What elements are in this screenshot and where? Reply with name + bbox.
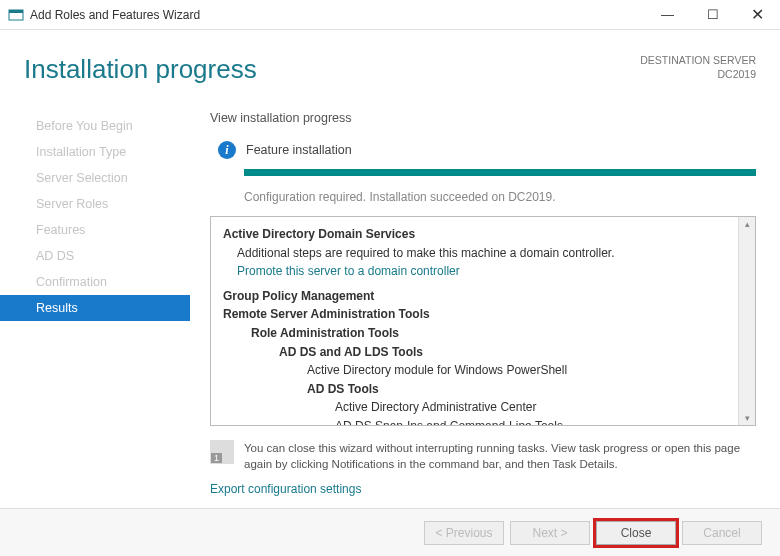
info-icon: i bbox=[218, 141, 236, 159]
scroll-down-icon[interactable]: ▾ bbox=[745, 411, 750, 425]
app-icon bbox=[8, 7, 24, 23]
sidebar-item-features: Features bbox=[0, 217, 190, 243]
sidebar-item-server-roles: Server Roles bbox=[0, 191, 190, 217]
previous-button: < Previous bbox=[424, 521, 504, 545]
feature-adds: Active Directory Domain Services bbox=[223, 225, 731, 244]
wizard-sidebar: Before You Begin Installation Type Serve… bbox=[0, 105, 190, 497]
sidebar-item-ad-ds: AD DS bbox=[0, 243, 190, 269]
minimize-button[interactable]: — bbox=[645, 0, 690, 30]
main-panel: View installation progress i Feature ins… bbox=[190, 105, 780, 497]
cancel-button: Cancel bbox=[682, 521, 762, 545]
hint-text: You can close this wizard without interr… bbox=[244, 440, 756, 472]
destination-server: DESTINATION SERVER DC2019 bbox=[640, 54, 756, 81]
flag-icon: 1 bbox=[210, 440, 234, 464]
next-button: Next > bbox=[510, 521, 590, 545]
feature-rsat: Remote Server Administration Tools bbox=[223, 305, 731, 324]
feature-adlds: AD DS and AD LDS Tools bbox=[223, 343, 731, 362]
footer: < Previous Next > Close Cancel bbox=[0, 508, 780, 556]
scroll-up-icon[interactable]: ▴ bbox=[745, 217, 750, 231]
results-box: Active Directory Domain Services Additio… bbox=[210, 216, 756, 426]
config-required-text: Configuration required. Installation suc… bbox=[244, 190, 756, 204]
view-progress-label: View installation progress bbox=[210, 111, 756, 125]
sidebar-item-installation-type: Installation Type bbox=[0, 139, 190, 165]
export-settings-link[interactable]: Export configuration settings bbox=[210, 482, 361, 496]
feature-adac: Active Directory Administrative Center bbox=[223, 398, 731, 417]
adds-message: Additional steps are required to make th… bbox=[223, 244, 731, 263]
promote-link[interactable]: Promote this server to a domain controll… bbox=[223, 262, 731, 281]
close-button[interactable]: Close bbox=[596, 521, 676, 545]
feature-rat: Role Administration Tools bbox=[223, 324, 731, 343]
sidebar-item-results[interactable]: Results bbox=[0, 295, 190, 321]
svg-rect-1 bbox=[9, 10, 23, 13]
feature-gpm: Group Policy Management bbox=[223, 287, 731, 306]
header: Installation progress DESTINATION SERVER… bbox=[0, 30, 780, 93]
status-text: Feature installation bbox=[246, 143, 352, 157]
window-close-button[interactable]: ✕ bbox=[735, 0, 780, 30]
sidebar-item-before-you-begin: Before You Begin bbox=[0, 113, 190, 139]
progress-bar bbox=[244, 169, 756, 176]
maximize-button[interactable]: ☐ bbox=[690, 0, 735, 30]
feature-addstools: AD DS Tools bbox=[223, 380, 731, 399]
page-title: Installation progress bbox=[24, 54, 257, 85]
sidebar-item-server-selection: Server Selection bbox=[0, 165, 190, 191]
window-title: Add Roles and Features Wizard bbox=[30, 8, 200, 22]
titlebar: Add Roles and Features Wizard — ☐ ✕ bbox=[0, 0, 780, 30]
feature-snapins: AD DS Snap-Ins and Command-Line Tools bbox=[223, 417, 731, 426]
scrollbar[interactable]: ▴ ▾ bbox=[738, 217, 755, 425]
feature-admodule: Active Directory module for Windows Powe… bbox=[223, 361, 731, 380]
sidebar-item-confirmation: Confirmation bbox=[0, 269, 190, 295]
